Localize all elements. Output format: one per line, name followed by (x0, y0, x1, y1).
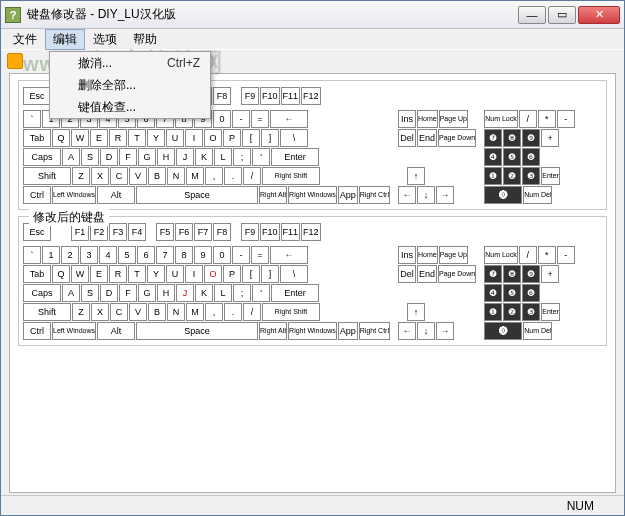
menu-options[interactable]: 选项 (85, 29, 125, 50)
key-'[interactable]: ' (252, 284, 270, 302)
key-r[interactable]: R (109, 265, 127, 283)
key-num4[interactable]: ❹ (484, 148, 502, 166)
key-numlock[interactable]: Num Lock (484, 110, 518, 128)
key-num2[interactable]: ❷ (503, 167, 521, 185)
key-row1-4[interactable]: 4 (99, 246, 117, 264)
key-row1-0[interactable]: ` (23, 246, 41, 264)
key-numlock[interactable]: Num Lock (484, 246, 518, 264)
key-pgup[interactable]: Page Up (439, 110, 468, 128)
key-row4-4[interactable]: B (148, 303, 166, 321)
key-numadd[interactable]: + (541, 265, 559, 283)
key-f10[interactable]: F10 (260, 87, 280, 105)
key-num7[interactable]: ❼ (484, 265, 502, 283)
key-rwin[interactable]: Right Windows (288, 322, 337, 340)
key-k[interactable]: K (195, 148, 213, 166)
key-caps[interactable]: Caps (23, 148, 61, 166)
key-numdel[interactable]: Num Del (523, 186, 552, 204)
key-f8[interactable]: F8 (213, 87, 231, 105)
key-l[interactable]: L (214, 284, 232, 302)
key-row4-5[interactable]: N (167, 303, 185, 321)
menu-undo[interactable]: 撤消... Ctrl+Z (50, 52, 210, 74)
key-ins[interactable]: Ins (398, 110, 416, 128)
key-i[interactable]: I (185, 265, 203, 283)
menu-edit[interactable]: 编辑 (45, 29, 85, 50)
menu-delete-all[interactable]: 删除全部... (50, 74, 210, 96)
key-numadd[interactable]: + (541, 129, 559, 147)
key-num0[interactable]: ⓿ (484, 322, 522, 340)
minimize-button[interactable]: — (518, 6, 546, 24)
key-right[interactable]: → (436, 186, 454, 204)
key-row4-4[interactable]: B (148, 167, 166, 185)
key-row4-0[interactable]: Z (72, 167, 90, 185)
key-backslash[interactable]: \ (280, 265, 308, 283)
key-backspace[interactable]: ← (270, 246, 308, 264)
key-lwin[interactable]: Left Windows (52, 322, 96, 340)
key-down[interactable]: ↓ (417, 322, 435, 340)
key-num2[interactable]: ❷ (503, 303, 521, 321)
key-p[interactable]: P (223, 129, 241, 147)
key-h[interactable]: H (157, 148, 175, 166)
key-num1[interactable]: ❶ (484, 303, 502, 321)
key-row4-6[interactable]: M (186, 303, 204, 321)
key-backspace[interactable]: ← (270, 110, 308, 128)
key-lctrl[interactable]: Ctrl (23, 186, 51, 204)
key-lshift[interactable]: Shift (23, 303, 71, 321)
key-rctrl[interactable]: Right Ctrl (359, 186, 390, 204)
key-o[interactable]: O (204, 265, 222, 283)
menu-help[interactable]: 帮助 (125, 29, 165, 50)
key-row4-0[interactable]: Z (72, 303, 90, 321)
key-f11[interactable]: F11 (281, 223, 301, 241)
key-numdiv[interactable]: / (519, 246, 537, 264)
key-tab[interactable]: Tab (23, 265, 51, 283)
key-row4-9[interactable]: / (243, 303, 261, 321)
key-lalt[interactable]: Alt (97, 186, 135, 204)
key-numsub[interactable]: - (557, 246, 575, 264)
key-d[interactable]: D (100, 148, 118, 166)
key-[[interactable]: [ (242, 265, 260, 283)
key-f5[interactable]: F5 (156, 223, 174, 241)
key-num6[interactable]: ❻ (522, 284, 540, 302)
key-g[interactable]: G (138, 284, 156, 302)
key-e[interactable]: E (90, 265, 108, 283)
key-nummul[interactable]: * (538, 246, 556, 264)
key-numenter[interactable]: Enter (541, 167, 560, 185)
key-rwin[interactable]: Right Windows (288, 186, 337, 204)
key-num3[interactable]: ❸ (522, 167, 540, 185)
key-row4-1[interactable]: X (91, 167, 109, 185)
key-down[interactable]: ↓ (417, 186, 435, 204)
key-row4-8[interactable]: . (224, 303, 242, 321)
key-t[interactable]: T (128, 129, 146, 147)
key-num9[interactable]: ❾ (522, 129, 540, 147)
key-home[interactable]: Home (417, 110, 438, 128)
key-row4-1[interactable]: X (91, 303, 109, 321)
key-num7[interactable]: ❼ (484, 129, 502, 147)
key-q[interactable]: Q (52, 129, 70, 147)
key-num8[interactable]: ❽ (503, 129, 521, 147)
key-row1-10[interactable]: 0 (213, 110, 231, 128)
menu-file[interactable]: 文件 (5, 29, 45, 50)
key-lctrl[interactable]: Ctrl (23, 322, 51, 340)
key-row1-1[interactable]: 1 (42, 246, 60, 264)
key-d[interactable]: D (100, 284, 118, 302)
key-u[interactable]: U (166, 265, 184, 283)
key-ins[interactable]: Ins (398, 246, 416, 264)
key-row4-5[interactable]: N (167, 167, 185, 185)
key-row4-3[interactable]: V (129, 303, 147, 321)
key-numsub[interactable]: - (557, 110, 575, 128)
key-f9[interactable]: F9 (241, 223, 259, 241)
key-q[interactable]: Q (52, 265, 70, 283)
key-'[interactable]: ' (252, 148, 270, 166)
key-end[interactable]: End (417, 265, 437, 283)
key-tab[interactable]: Tab (23, 129, 51, 147)
key-a[interactable]: A (62, 284, 80, 302)
key-home[interactable]: Home (417, 246, 438, 264)
key-row1-11[interactable]: - (232, 246, 250, 264)
key-pgup[interactable]: Page Up (439, 246, 468, 264)
key-;[interactable]: ; (233, 148, 251, 166)
key-right[interactable]: → (436, 322, 454, 340)
key-up[interactable]: ↑ (407, 303, 425, 321)
key-f12[interactable]: F12 (301, 87, 321, 105)
key-f10[interactable]: F10 (260, 223, 280, 241)
key-s[interactable]: S (81, 148, 99, 166)
key-row4-7[interactable]: , (205, 303, 223, 321)
